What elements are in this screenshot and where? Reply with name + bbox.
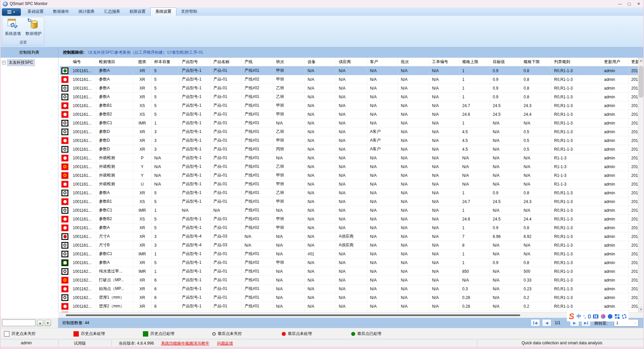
tab-0[interactable]: 基础设置	[23, 8, 48, 16]
table-row[interactable]: 1001162...纯水透过率...IMR1产品型号-1产品-01产线#01N/…	[60, 267, 643, 276]
table-row[interactable]: 1001162...打破点（MP...XR6产品型号-1产品-01产线#01N/…	[60, 276, 643, 285]
table-row[interactable]: 1001161...参数AXR5产品型号-1产品-01产线#01乙班N/AN/A…	[60, 93, 643, 101]
system-options-button[interactable]: 系统选项	[3, 18, 22, 39]
column-header-16[interactable]: 规格下限	[521, 58, 551, 66]
table-row[interactable]: 1001161...外观检测UN/A产品型号-1产品-01产线#01甲班N/AN…	[60, 180, 643, 189]
column-header-10[interactable]: 供应商	[336, 58, 367, 66]
table-cell: XR	[133, 93, 152, 101]
prev-page-button[interactable]: ◀	[542, 319, 551, 327]
scroll-down-icon[interactable]: ▼	[638, 307, 644, 312]
table-row[interactable]: 1001161...尺寸BXR3产品型号-4产品-03N/AN/AN/AA供应商…	[60, 241, 643, 250]
table-row[interactable]: 1001161...参数AXR5产品型号-1产品-01产线#01甲班N/AN/A…	[60, 66, 643, 75]
table-row[interactable]: 1001161...参数B1XS5产品型号-1产品-01产线#01甲班N/AN/…	[60, 197, 643, 206]
column-header-4[interactable]: 样本容量	[152, 58, 179, 66]
column-header-0[interactable]	[60, 58, 70, 66]
column-header-6[interactable]: 产品名称	[211, 58, 242, 66]
column-header-18[interactable]: 更新用户	[601, 58, 629, 66]
horizontal-scrollbar-thumb[interactable]	[66, 314, 520, 316]
column-header-17[interactable]: 判异规则	[551, 58, 601, 66]
spin-down-icon[interactable]: ▼	[45, 320, 51, 326]
microphone-icon[interactable]	[588, 314, 591, 318]
table-row[interactable]: 1001161...参数AXR5产品型号-1产品-01产线#02甲班N/AN/A…	[60, 258, 643, 267]
column-header-2[interactable]: 检测项目	[96, 58, 133, 66]
table-row[interactable]: 1001162...始泡点（MP...XR6产品型号-1产品-01产线#01N/…	[60, 285, 643, 293]
table-row[interactable]: 1001161...尺寸AXR3产品型号-4产品-03N/AN/AN/AA供应商…	[60, 232, 643, 241]
table-row[interactable]: 1001161...参数B2XS5产品型号-1产品-01产线#01甲班N/AN/…	[60, 110, 643, 119]
settings-icon[interactable]	[622, 314, 627, 319]
column-header-7[interactable]: 产线	[242, 58, 273, 66]
sogou-logo-icon[interactable]: S	[569, 313, 574, 320]
table-row[interactable]: 1001161...参数AXR5产品型号-1产品-01产线#02乙班N/AN/A…	[60, 84, 643, 93]
column-header-5[interactable]: 产品型号	[179, 58, 211, 66]
table-cell: N/A	[398, 232, 429, 241]
column-header-13[interactable]: 工单编号	[429, 58, 460, 66]
tab-6[interactable]: 支持帮助	[176, 8, 202, 16]
vertical-scrollbar-thumb[interactable]	[639, 66, 643, 98]
table-row[interactable]: 1001161...参数AXR5产品型号-1产品-01产线#02甲班N/AN/A…	[60, 223, 643, 232]
table-cell: 1	[152, 206, 179, 214]
table-cell: 产品型号-1	[179, 258, 211, 267]
toolbox-icon[interactable]	[615, 314, 620, 319]
horizontal-scrollbar[interactable]	[58, 312, 643, 318]
table-row[interactable]: 1001161...参数B1XS5产品型号-1产品-01产线#01甲班N/AN/…	[60, 101, 643, 110]
data-maintenance-button[interactable]: ↻ 数据维护	[24, 18, 43, 39]
first-page-button[interactable]: ◀	[531, 319, 540, 327]
close-button[interactable]: ✕	[634, 0, 643, 7]
skin-icon[interactable]	[601, 314, 605, 319]
table-cell: 24.7	[460, 197, 490, 206]
feedback-link[interactable]: 问题反馈	[217, 341, 233, 346]
column-header-3[interactable]: 图类	[133, 58, 152, 66]
column-header-11[interactable]: 客户	[367, 58, 398, 66]
ime-toolbar[interactable]: S 中 ’,	[567, 311, 629, 321]
scroll-up-icon[interactable]: ▲	[638, 58, 644, 63]
table-row[interactable]: 1001161...外观检测YN/A产品型号-1产品-01产线#01乙班N/AN…	[60, 162, 643, 171]
column-header-8[interactable]: 班次	[273, 58, 305, 66]
tree-item-taiyou-spc[interactable]: + 太友科技SPC	[1, 58, 58, 66]
column-header-9[interactable]: 设备	[305, 58, 336, 66]
table-row[interactable]: 1001162...壁厚2（mm）XR6产品型号-1产品-01产线#01N/AN…	[60, 302, 643, 311]
tab-3[interactable]: 汇总报表	[99, 8, 125, 16]
tab-2[interactable]: 统计图表	[74, 8, 99, 16]
table-row[interactable]: 1001161...参数AXR5产品型号-1产品-01产线#01乙班N/AN/A…	[60, 189, 643, 197]
table-cell: XR	[133, 302, 152, 310]
tab-4[interactable]: 权限设置	[125, 8, 150, 16]
table-row[interactable]: 1001161...参数AXR5产品型号-1产品-01产线#02甲班N/AN/A…	[60, 75, 643, 84]
table-row[interactable]: 1001161...外观检测PN/A产品型号-1产品-01产线#01N/AN/A…	[60, 154, 643, 162]
table-row[interactable]: 1001161...参数C1IMR1N/AN/A产线#01N/AN/AN/AN/…	[60, 206, 643, 215]
row-status-icon-red-dot	[61, 233, 68, 240]
vertical-scrollbar[interactable]: ▲ ▼	[638, 58, 643, 312]
table-row[interactable]: 1001162...壁厚1（mm）XR6产品型号-1产品-01产线#01N/AN…	[60, 293, 643, 302]
minimize-button[interactable]: —	[615, 0, 625, 7]
column-header-14[interactable]: 规格上限	[460, 58, 490, 66]
table-cell: R0,R1-1-3	[551, 110, 601, 118]
spin-up-icon[interactable]: ▲	[37, 320, 43, 326]
table-row[interactable]: 1001161...参数C1IMR1产品型号-1产品-01产线#01N/A#01…	[60, 250, 643, 258]
assistant-icon[interactable]	[608, 314, 612, 319]
column-header-1[interactable]: 编号	[70, 58, 96, 66]
table-cell: 产品型号-1	[179, 267, 211, 276]
application-menu-button[interactable]: ▼	[2, 8, 21, 16]
table-cell: N/A	[429, 145, 460, 153]
table-row[interactable]: 1001161...参数DXR3产品型号-1产品-01产线#01乙班N/AN/A…	[60, 128, 643, 136]
table-row[interactable]: 1001161...外观检测YN/A产品型号-1产品-01产线#01甲班N/AN…	[60, 171, 643, 180]
table-row[interactable]: 1001161...参数DXR3产品型号-1产品-01产线#01丙班N/AN/A…	[60, 145, 643, 154]
table-cell: admin	[601, 93, 629, 101]
app-logo-icon: Q	[3, 1, 8, 6]
column-header-15[interactable]: 目标值	[490, 58, 521, 66]
column-header-12[interactable]: 批次	[398, 58, 429, 66]
tab-1[interactable]: 数据操作	[48, 8, 74, 16]
table-cell: 24.5	[490, 101, 521, 110]
table-row[interactable]: 1001161...参数B2XS5产品型号-1产品-01产线#01甲班N/AN/…	[60, 215, 643, 223]
table-row[interactable]: 1001161...参数C1IMR1产品型号-1产品-01产线#01N/AN/A…	[60, 119, 643, 128]
table-cell: #01	[305, 250, 336, 258]
punctuation-icon[interactable]: ’,	[583, 314, 586, 319]
keyboard-icon[interactable]	[593, 314, 598, 318]
tab-5[interactable]: 系统设置	[150, 7, 176, 16]
sidebar-search-input[interactable]	[2, 319, 36, 326]
video-tutorial-link[interactable]: 系统功能操作视频演示教学	[161, 341, 209, 346]
table-row[interactable]: 1001161...参数DXR3产品型号-1产品-01产线#01甲班N/AN/A…	[60, 136, 643, 145]
tree-expand-icon[interactable]: +	[2, 61, 6, 64]
maximize-button[interactable]: ▢	[625, 0, 634, 7]
table-cell: N/A	[490, 145, 521, 153]
ime-language-icon[interactable]: 中	[577, 313, 581, 319]
